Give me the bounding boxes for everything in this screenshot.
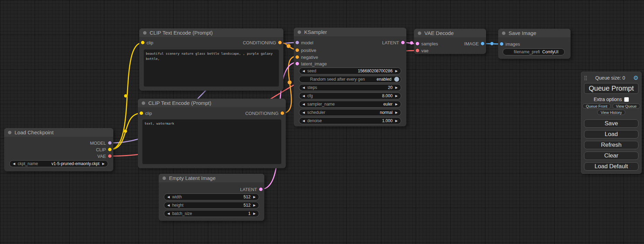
decrement-arrow-icon[interactable]: ◀ [13, 162, 15, 165]
input-slot-positive[interactable]: positive [295, 47, 316, 53]
collapse-dot-icon[interactable] [142, 101, 145, 105]
conditioning-port-icon[interactable] [278, 41, 282, 44]
clear-button[interactable]: Clear [584, 152, 638, 160]
image-port-icon[interactable] [500, 42, 503, 46]
node-clip-text-encode-positive[interactable]: CLIP Text Encode (Prompt) clip CONDITION… [139, 28, 283, 91]
node-empty-latent-image[interactable]: Empty Latent Image LATENT ◀ width 512 ▶ … [159, 174, 264, 221]
decrement-arrow-icon[interactable]: ◀ [167, 196, 170, 199]
image-port-icon[interactable] [481, 42, 484, 45]
increment-arrow-icon[interactable]: ▶ [395, 86, 398, 89]
node-vae-decode[interactable]: VAE Decode samples vae IMAGE [414, 29, 486, 54]
node-save-image[interactable]: Save Image images filename_prefix ComfyU… [498, 29, 571, 59]
save-button[interactable]: Save [584, 119, 638, 128]
conditioning-port-icon[interactable] [281, 111, 284, 115]
decrement-arrow-icon[interactable]: ◀ [302, 103, 305, 106]
toggle-icon[interactable] [394, 77, 399, 82]
increment-arrow-icon[interactable]: ▶ [395, 111, 398, 114]
decrement-arrow-icon[interactable]: ◀ [302, 119, 305, 123]
collapse-dot-icon[interactable] [143, 31, 147, 35]
node-title-bar[interactable]: VAE Decode [414, 29, 486, 37]
view-queue-button[interactable]: View Queue [612, 103, 640, 109]
widget-scheduler[interactable]: ◀ scheduler normal ▶ [299, 109, 401, 116]
conditioning-port-icon[interactable] [295, 55, 299, 59]
model-port-icon[interactable] [295, 41, 299, 44]
prompt-text-area[interactable]: beautiful scenery nature glass bottle la… [144, 49, 279, 87]
conditioning-port-icon[interactable] [295, 48, 299, 52]
widget-steps[interactable]: ◀ steps 20 ▶ [299, 84, 401, 91]
output-slot-latent[interactable]: LATENT [240, 187, 263, 192]
load-button[interactable]: Load [584, 130, 638, 138]
widget-sampler-name[interactable]: ◀ sampler_name euler ▶ [299, 101, 401, 108]
increment-arrow-icon[interactable]: ▶ [395, 119, 398, 123]
decrement-arrow-icon[interactable]: ◀ [302, 70, 305, 73]
view-history-button[interactable]: View History [597, 110, 625, 115]
latent-port-icon[interactable] [259, 188, 263, 191]
vae-port-icon[interactable] [108, 154, 112, 158]
clip-port-icon[interactable] [108, 148, 112, 151]
widget-cfg[interactable]: ◀ cfg 8.000 ▶ [299, 92, 401, 99]
load-default-button[interactable]: Load Default [584, 162, 638, 171]
output-slot-clip[interactable]: CLIP [96, 147, 112, 152]
increment-arrow-icon[interactable]: ▶ [395, 70, 398, 73]
collapse-dot-icon[interactable] [162, 177, 166, 180]
extra-options-checkbox[interactable] [624, 97, 629, 102]
clip-port-icon[interactable] [141, 41, 144, 44]
input-slot-model[interactable]: model [295, 40, 313, 45]
input-slot-samples[interactable]: samples [416, 41, 438, 46]
gear-icon[interactable]: ⚙ [633, 75, 638, 81]
widget-random-seed[interactable]: Random seed after every gen enabled [299, 76, 401, 83]
queue-prompt-button[interactable]: Queue Prompt [584, 83, 638, 94]
vae-port-icon[interactable] [416, 49, 419, 52]
input-slot-negative[interactable]: negative [295, 54, 318, 60]
decrement-arrow-icon[interactable]: ◀ [302, 94, 305, 98]
model-port-icon[interactable] [108, 141, 112, 145]
increment-arrow-icon[interactable]: ▶ [395, 103, 398, 106]
output-slot-conditioning[interactable]: CONDITIONING [243, 40, 282, 45]
collapse-dot-icon[interactable] [502, 31, 505, 35]
node-ksampler[interactable]: KSampler model positive negative latent_… [294, 28, 406, 126]
node-title-bar[interactable]: KSampler [294, 28, 406, 36]
latent-port-icon[interactable] [416, 42, 419, 45]
increment-arrow-icon[interactable]: ▶ [253, 212, 256, 215]
drag-handle-icon[interactable] [584, 75, 587, 81]
prompt-text-area[interactable]: text, watermark [142, 119, 281, 164]
output-slot-vae[interactable]: VAE [97, 153, 112, 159]
increment-arrow-icon[interactable]: ▶ [395, 94, 398, 98]
input-slot-clip[interactable]: clip [140, 110, 152, 116]
widget-seed[interactable]: ◀ seed 156680208700286 ▶ [299, 67, 401, 74]
decrement-arrow-icon[interactable]: ◀ [167, 212, 170, 215]
widget-width[interactable]: ◀ width 512 ▶ [164, 193, 259, 200]
queue-front-button[interactable]: Queue Front [582, 103, 611, 109]
increment-arrow-icon[interactable]: ▶ [253, 204, 256, 207]
decrement-arrow-icon[interactable]: ◀ [302, 86, 305, 89]
clip-port-icon[interactable] [140, 111, 143, 115]
output-slot-model[interactable]: MODEL [90, 140, 112, 146]
node-title-bar[interactable]: CLIP Text Encode (Prompt) [139, 28, 283, 37]
widget-batch-size[interactable]: ◀ batch_size 1 ▶ [164, 210, 259, 217]
latent-port-icon[interactable] [401, 41, 405, 44]
node-title-bar[interactable]: CLIP Text Encode (Prompt) [138, 99, 286, 107]
increment-arrow-icon[interactable]: ▶ [253, 196, 256, 199]
output-slot-latent[interactable]: LATENT [382, 40, 405, 45]
collapse-dot-icon[interactable] [298, 30, 301, 34]
widget-height[interactable]: ◀ height 512 ▶ [164, 202, 259, 209]
node-load-checkpoint[interactable]: Load Checkpoint MODEL CLIP VAE ◀ ckpt_na… [4, 128, 113, 171]
input-slot-latent-image[interactable]: latent_image [295, 61, 327, 66]
increment-arrow-icon[interactable]: ▶ [102, 162, 105, 165]
refresh-button[interactable]: Refresh [584, 141, 638, 149]
decrement-arrow-icon[interactable]: ◀ [302, 111, 305, 114]
collapse-dot-icon[interactable] [8, 131, 11, 134]
input-slot-vae[interactable]: vae [416, 48, 429, 53]
latent-port-icon[interactable] [295, 62, 299, 65]
input-slot-clip[interactable]: clip [141, 40, 153, 45]
decrement-arrow-icon[interactable]: ◀ [167, 204, 170, 207]
widget-denoise[interactable]: ◀ denoise 1.000 ▶ [299, 117, 401, 124]
widget-ckpt-name[interactable]: ◀ ckpt_name v1-5-pruned-emaonly.ckpt ▶ [9, 160, 108, 167]
widget-filename-prefix[interactable]: filename_prefix ComfyUI [503, 48, 565, 55]
node-clip-text-encode-negative[interactable]: CLIP Text Encode (Prompt) clip CONDITION… [138, 99, 286, 168]
input-slot-images[interactable]: images [500, 41, 520, 47]
output-slot-image[interactable]: IMAGE [464, 41, 484, 46]
output-slot-conditioning[interactable]: CONDITIONING [245, 110, 284, 116]
node-title-bar[interactable]: Empty Latent Image [159, 174, 264, 182]
node-title-bar[interactable]: Load Checkpoint [4, 128, 113, 137]
